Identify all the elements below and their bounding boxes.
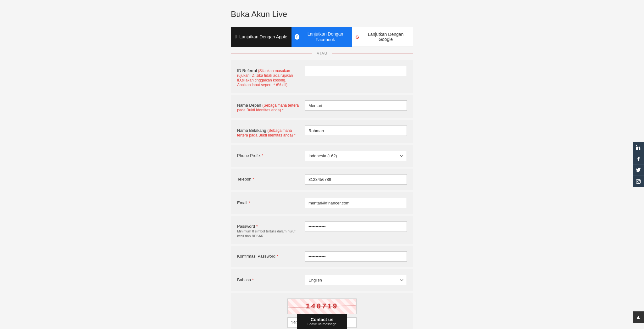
email-input[interactable] bbox=[305, 198, 407, 208]
instagram-icon[interactable] bbox=[633, 176, 644, 187]
captcha-display-text: 140719 bbox=[305, 303, 338, 310]
social-login-buttons:  Lanjutkan Dengan Apple f Lanjutkan Den… bbox=[231, 27, 413, 47]
linkedin-icon[interactable] bbox=[633, 142, 644, 153]
or-divider: ATAU bbox=[231, 51, 413, 56]
confirm-password-input[interactable] bbox=[305, 251, 407, 262]
password-input[interactable] bbox=[305, 221, 407, 232]
referral-label: ID Referral (Silahkan masukan rujukan ID… bbox=[237, 68, 300, 87]
apple-icon:  bbox=[235, 34, 237, 40]
apple-login-button[interactable]:  Lanjutkan Dengan Apple bbox=[231, 27, 291, 47]
facebook-login-button[interactable]: f Lanjutkan Dengan Facebook bbox=[291, 27, 352, 47]
page-title: Buka Akun Live bbox=[231, 9, 413, 19]
facebook-social-icon[interactable] bbox=[633, 153, 644, 164]
referral-input[interactable] bbox=[305, 66, 407, 76]
first-name-section: Nama Depan (Sebagaimana tertera pada Buk… bbox=[231, 95, 413, 118]
email-section: Email * bbox=[231, 192, 413, 214]
phone-prefix-section: Phone Prefix * Indonesia (+62) Malaysia … bbox=[231, 145, 413, 167]
phone-section: Telepon * bbox=[231, 169, 413, 190]
language-select[interactable]: English Bahasa Indonesia Malay bbox=[305, 275, 407, 285]
phone-label: Telepon * bbox=[237, 177, 300, 181]
password-section: Password * Minimum 8 simbol tertulis dal… bbox=[231, 216, 413, 244]
phone-prefix-label: Phone Prefix * bbox=[237, 153, 300, 158]
confirm-password-section: Konfirmasi Password * bbox=[231, 246, 413, 267]
first-name-input[interactable] bbox=[305, 100, 407, 111]
facebook-icon: f bbox=[295, 34, 299, 40]
svg-rect-0 bbox=[636, 179, 640, 183]
phone-input[interactable] bbox=[305, 174, 407, 185]
google-icon: G bbox=[355, 34, 359, 40]
referral-section: ID Referral (Silahkan masukan rujukan ID… bbox=[231, 60, 413, 93]
last-name-label: Nama Belakang (Sebagaimana tertera pada … bbox=[237, 128, 300, 137]
email-label: Email * bbox=[237, 200, 300, 205]
last-name-input[interactable] bbox=[305, 125, 407, 136]
google-login-button[interactable]: G Lanjutkan Dengan Google bbox=[352, 27, 413, 47]
confirm-password-label: Konfirmasi Password * bbox=[237, 254, 300, 259]
password-label: Password * Minimum 8 simbol tertulis dal… bbox=[237, 224, 300, 238]
twitter-icon[interactable] bbox=[633, 164, 644, 176]
language-label: Bahasa * bbox=[237, 277, 300, 282]
svg-point-2 bbox=[639, 180, 640, 180]
sidebar-social bbox=[633, 142, 644, 187]
language-section: Bahasa * English Bahasa Indonesia Malay bbox=[231, 269, 413, 291]
contact-bar[interactable]: Contact us Leave us message bbox=[297, 314, 347, 329]
phone-prefix-select[interactable]: Indonesia (+62) Malaysia (+60) Singapore… bbox=[305, 151, 407, 161]
last-name-section: Nama Belakang (Sebagaimana tertera pada … bbox=[231, 120, 413, 143]
svg-point-1 bbox=[637, 181, 639, 182]
first-name-label: Nama Depan (Sebagaimana tertera pada Buk… bbox=[237, 103, 300, 112]
captcha-image: 140719 bbox=[287, 298, 357, 314]
scroll-top-button[interactable]: ▲ bbox=[633, 311, 644, 323]
